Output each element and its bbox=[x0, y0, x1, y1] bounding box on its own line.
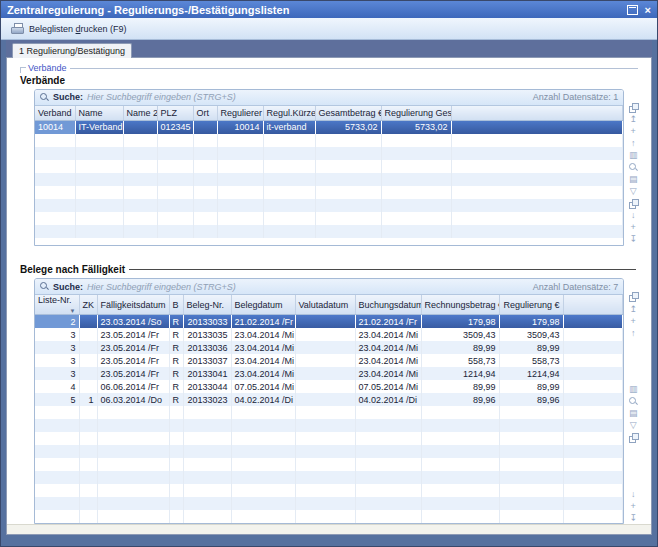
row-up-icon[interactable]: ↑ bbox=[631, 327, 636, 339]
filter-icon[interactable]: ▽ bbox=[630, 186, 637, 198]
row-down-icon[interactable]: ↓ bbox=[631, 210, 636, 222]
copy-grid-icon[interactable] bbox=[629, 291, 638, 303]
empty-row[interactable] bbox=[35, 212, 623, 225]
verbaende-grid-block: Suche: Hier Suchbegriff eingeben (STRG+S… bbox=[34, 89, 642, 246]
column-header[interactable]: Regulierer bbox=[217, 106, 263, 121]
row-up-icon[interactable]: ↑ bbox=[631, 138, 636, 150]
empty-row[interactable] bbox=[35, 458, 623, 471]
export-icon[interactable]: ▤ bbox=[629, 174, 638, 186]
empty-row[interactable] bbox=[35, 510, 623, 523]
column-header[interactable]: Valutadatum bbox=[295, 295, 355, 315]
belege-grid-block: Suche: Hier Suchbegriff eingeben (STRG+S… bbox=[34, 278, 642, 524]
column-header[interactable]: Beleg-Nr. bbox=[183, 295, 231, 315]
table-row[interactable]: 2 23.03.2014 /SoR2013303321.02.2014 /Fr … bbox=[35, 315, 623, 329]
first-row-icon[interactable]: ↥ bbox=[629, 303, 637, 315]
belege-table: Liste-Nr.▼ZKFälligkeitsdatumBBeleg-Nr.Be… bbox=[35, 295, 623, 523]
table-row[interactable]: 3 23.05.2014 /FrR2013304123.04.2014 /Mi … bbox=[35, 367, 623, 380]
restore-icon[interactable] bbox=[627, 5, 638, 15]
empty-row[interactable] bbox=[35, 160, 623, 173]
table-row[interactable]: 3 23.05.2014 /FrR2013303623.04.2014 /Mi … bbox=[35, 341, 623, 354]
export-icon[interactable]: ▤ bbox=[629, 408, 638, 420]
print-lists-button[interactable]: Beleglisten drucken (F9) bbox=[6, 21, 132, 36]
verbaende-grid: Suche: Hier Suchbegriff eingeben (STRG+S… bbox=[34, 89, 624, 246]
empty-row[interactable] bbox=[35, 445, 623, 458]
belege-header-row: Liste-Nr.▼ZKFälligkeitsdatumBBeleg-Nr.Be… bbox=[35, 295, 623, 315]
table-row[interactable]: 4 06.06.2014 /FrR2013304407.05.2014 /Mi … bbox=[35, 380, 623, 393]
column-header[interactable]: B bbox=[169, 295, 183, 315]
belege-heading: Belege nach Fälligkeit bbox=[20, 264, 129, 275]
column-header[interactable]: Ort bbox=[193, 106, 217, 121]
tab-container: 1 Regulierung/Bestätigung Verbände Verbä… bbox=[6, 40, 652, 535]
column-header[interactable]: Regulierung Ges. € bbox=[381, 106, 451, 121]
search-label: Suche: bbox=[53, 92, 83, 102]
column-header[interactable]: Gesamtbetrag € bbox=[315, 106, 381, 121]
search-input[interactable]: Hier Suchbegriff eingeben (STRG+S) bbox=[87, 282, 529, 292]
copy-grid-icon[interactable] bbox=[629, 102, 638, 114]
duplicate-icon[interactable] bbox=[629, 198, 638, 210]
empty-row[interactable] bbox=[35, 173, 623, 186]
last-row-icon[interactable]: ↧ bbox=[629, 234, 637, 246]
search-grid-icon[interactable] bbox=[629, 396, 638, 408]
empty-row[interactable] bbox=[35, 471, 623, 484]
empty-row[interactable] bbox=[35, 432, 623, 445]
columns-icon[interactable]: ▥ bbox=[629, 150, 638, 162]
column-header[interactable]: Verband bbox=[35, 106, 75, 121]
column-header[interactable]: Name bbox=[75, 106, 123, 121]
verbaende-table: VerbandNameName 2PLZOrtReguliererRegul.K… bbox=[35, 106, 623, 238]
search-icon bbox=[40, 93, 49, 102]
column-header[interactable]: Liste-Nr.▼ bbox=[35, 295, 79, 315]
verbaende-search-bar[interactable]: Suche: Hier Suchbegriff eingeben (STRG+S… bbox=[35, 90, 623, 106]
filter-icon[interactable]: ▽ bbox=[630, 420, 637, 432]
table-row[interactable]: 3 23.05.2014 /FrR2013303723.04.2014 /Mi … bbox=[35, 354, 623, 367]
empty-row[interactable] bbox=[35, 134, 623, 147]
add-row-below-icon[interactable]: + bbox=[631, 222, 636, 234]
print-lists-label: Beleglisten drucken (F9) bbox=[29, 24, 127, 34]
empty-row[interactable] bbox=[35, 497, 623, 510]
first-row-icon[interactable]: ↥ bbox=[629, 114, 637, 126]
search-label: Suche: bbox=[53, 282, 83, 292]
empty-row[interactable] bbox=[35, 147, 623, 160]
record-count: Anzahl Datensätze: 7 bbox=[533, 282, 619, 292]
close-icon[interactable]: × bbox=[645, 5, 651, 15]
title-bar[interactable]: Zentralregulierung - Regulierungs-/Bestä… bbox=[1, 1, 657, 18]
empty-row[interactable] bbox=[35, 199, 623, 212]
table-row[interactable]: 5106.03.2014 /DoR2013302304.02.2014 /Di … bbox=[35, 393, 623, 406]
record-count: Anzahl Datensätze: 1 bbox=[533, 92, 619, 102]
search-input[interactable]: Hier Suchbegriff eingeben (STRG+S) bbox=[87, 92, 529, 102]
belege-search-bar[interactable]: Suche: Hier Suchbegriff eingeben (STRG+S… bbox=[35, 279, 623, 295]
column-header[interactable]: Name 2 bbox=[123, 106, 157, 121]
tab-regulierung-bestaetigung[interactable]: 1 Regulierung/Bestätigung bbox=[12, 43, 132, 58]
empty-row[interactable] bbox=[35, 419, 623, 432]
group-corner bbox=[20, 67, 26, 73]
table-row[interactable]: 3 23.05.2014 /FrR2013303523.04.2014 /Mi … bbox=[35, 328, 623, 341]
column-header[interactable]: Rechnungsbetrag € bbox=[421, 295, 499, 315]
search-grid-icon[interactable] bbox=[629, 162, 638, 174]
duplicate-icon[interactable] bbox=[629, 432, 638, 444]
printer-icon bbox=[11, 23, 24, 34]
add-row-icon[interactable]: + bbox=[631, 315, 636, 327]
empty-row[interactable] bbox=[35, 225, 623, 238]
column-header[interactable]: Buchungsdatum bbox=[355, 295, 421, 315]
empty-row[interactable] bbox=[35, 484, 623, 497]
column-header[interactable]: PLZ bbox=[157, 106, 193, 121]
columns-icon[interactable]: ▥ bbox=[629, 384, 638, 396]
column-header[interactable]: Belegdatum bbox=[231, 295, 295, 315]
column-header[interactable]: Fälligkeitsdatum bbox=[97, 295, 169, 315]
column-header[interactable]: ZK bbox=[79, 295, 97, 315]
belege-grid: Suche: Hier Suchbegriff eingeben (STRG+S… bbox=[34, 278, 624, 524]
add-row-icon[interactable]: + bbox=[631, 126, 636, 138]
verbaende-heading-row: Verbände bbox=[20, 74, 638, 86]
verbaende-header-row: VerbandNameName 2PLZOrtReguliererRegul.K… bbox=[35, 106, 623, 121]
add-row-below-icon[interactable]: + bbox=[631, 500, 636, 512]
last-row-icon[interactable]: ↧ bbox=[629, 512, 637, 524]
window-frame-bottom bbox=[1, 535, 657, 546]
column-header[interactable]: Regulierung € bbox=[499, 295, 563, 315]
tab-strip: 1 Regulierung/Bestätigung bbox=[6, 40, 652, 57]
table-row[interactable]: 10014IT-Verband 012345 10014it-verband57… bbox=[35, 120, 623, 134]
empty-row[interactable] bbox=[35, 406, 623, 419]
search-icon bbox=[40, 282, 49, 291]
column-header[interactable]: Regul.Kürzel bbox=[263, 106, 315, 121]
empty-row[interactable] bbox=[35, 186, 623, 199]
row-down-icon[interactable]: ↓ bbox=[631, 488, 636, 500]
verbaende-group-border: Verbände bbox=[20, 63, 642, 73]
